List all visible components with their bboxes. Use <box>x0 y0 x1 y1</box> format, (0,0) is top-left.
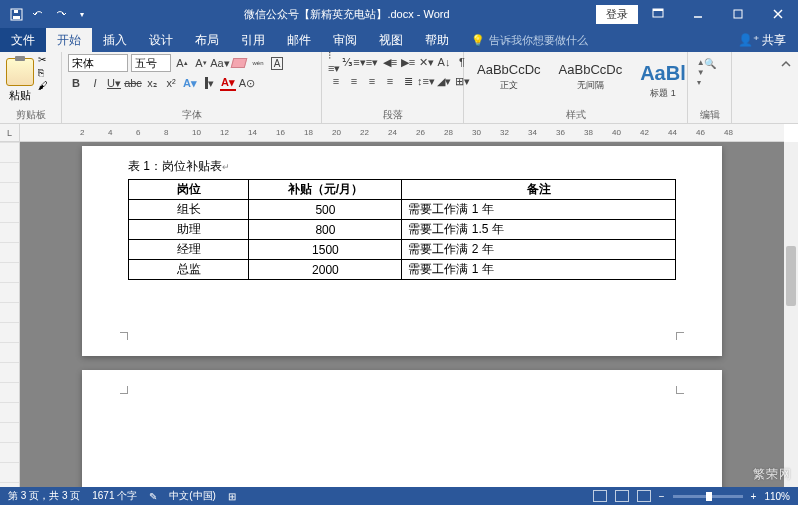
close-icon[interactable] <box>758 0 798 28</box>
group-clipboard: 粘贴 ✂ ⎘ 🖌 剪贴板 <box>0 52 62 123</box>
zoom-out-icon[interactable]: − <box>659 491 665 502</box>
crop-mark <box>676 332 692 348</box>
group-font: 宋体 五号 A▴ A▾ Aa▾ wén A B I U▾ abc x₂ x² A… <box>62 52 322 123</box>
qat-dropdown-icon[interactable]: ▾ <box>74 6 90 22</box>
undo-icon[interactable] <box>30 6 46 22</box>
maximize-icon[interactable] <box>718 0 758 28</box>
page-1[interactable]: 表 1：岗位补贴表 岗位 补贴（元/月） 备注 组长500需要工作满 1 年 助… <box>82 146 722 356</box>
login-button[interactable]: 登录 <box>596 5 638 24</box>
highlight-icon[interactable]: ▾ <box>201 75 217 91</box>
redo-icon[interactable] <box>52 6 68 22</box>
scrollbar-thumb[interactable] <box>786 246 796 306</box>
share-button[interactable]: 👤⁺ 共享 <box>726 32 798 49</box>
accessibility-icon[interactable]: ⊞ <box>228 491 236 502</box>
decrease-indent-icon[interactable]: ◀≡ <box>382 54 398 70</box>
style-normal[interactable]: AaBbCcDc 正文 <box>470 58 548 96</box>
web-layout-icon[interactable] <box>637 490 651 502</box>
phonetic-guide-icon[interactable]: wén <box>250 55 266 71</box>
asian-layout-icon[interactable]: ✕▾ <box>418 54 434 70</box>
line-spacing-icon[interactable]: ↕≡▾ <box>418 73 434 89</box>
table-caption: 表 1：岗位补贴表 <box>128 158 676 175</box>
style-heading-1[interactable]: AaBl 标题 1 <box>633 58 693 104</box>
language-indicator[interactable]: 中文(中国) <box>169 489 216 503</box>
lightbulb-icon: 💡 <box>471 34 485 47</box>
group-styles: AaBbCcDc 正文 AaBbCcDc 无间隔 AaBl 标题 1 ▲ ▼ ▾… <box>464 52 688 123</box>
print-layout-icon[interactable] <box>615 490 629 502</box>
justify-icon[interactable]: ≡ <box>382 73 398 89</box>
vertical-ruler[interactable] <box>0 142 20 487</box>
tab-design[interactable]: 设计 <box>138 28 184 52</box>
increase-font-icon[interactable]: A▴ <box>174 55 190 71</box>
zoom-in-icon[interactable]: + <box>751 491 757 502</box>
statusbar: 第 3 页，共 3 页 1671 个字 ✎ 中文(中国) ⊞ − + 110% <box>0 487 798 505</box>
distributed-icon[interactable]: ≣ <box>400 73 416 89</box>
table-row: 经理1500需要工作满 2 年 <box>129 240 676 260</box>
multilevel-icon[interactable]: ≡▾ <box>364 54 380 70</box>
tab-home[interactable]: 开始 <box>46 28 92 52</box>
tab-references[interactable]: 引用 <box>230 28 276 52</box>
svg-rect-6 <box>734 10 742 18</box>
group-paragraph: ⁝≡▾ ⅓≡▾ ≡▾ ◀≡ ▶≡ ✕▾ A↓ ¶ ≡ ≡ ≡ ≡ ≣ ↕≡▾ ◢… <box>322 52 464 123</box>
tell-me-search[interactable]: 💡 告诉我你想要做什么 <box>460 28 599 52</box>
format-painter-icon[interactable]: 🖌 <box>38 80 48 91</box>
document-title: 微信公众号【新精英充电站】.docx - Word <box>98 7 596 22</box>
allowance-table[interactable]: 岗位 补贴（元/月） 备注 组长500需要工作满 1 年 助理800需要工作满 … <box>128 179 676 280</box>
find-icon[interactable]: 🔍 <box>704 58 716 69</box>
zoom-slider[interactable] <box>673 495 743 498</box>
zoom-level[interactable]: 110% <box>764 491 790 502</box>
word-count[interactable]: 1671 个字 <box>92 489 137 503</box>
ribbon: 粘贴 ✂ ⎘ 🖌 剪贴板 宋体 五号 A▴ A▾ Aa▾ wén A B <box>0 52 798 124</box>
strikethrough-button[interactable]: abc <box>125 75 141 91</box>
char-shading-icon[interactable]: A⊙ <box>239 75 255 91</box>
minimize-icon[interactable] <box>678 0 718 28</box>
ribbon-options-icon[interactable] <box>638 0 678 28</box>
superscript-button[interactable]: x² <box>163 75 179 91</box>
change-case-icon[interactable]: Aa▾ <box>212 55 228 71</box>
page-2[interactable] <box>82 370 722 487</box>
table-row: 总监2000需要工作满 1 年 <box>129 260 676 280</box>
svg-rect-1 <box>13 16 20 19</box>
numbering-icon[interactable]: ⅓≡▾ <box>346 54 362 70</box>
copy-icon[interactable]: ⎘ <box>38 67 48 78</box>
tab-mail[interactable]: 邮件 <box>276 28 322 52</box>
style-no-spacing[interactable]: AaBbCcDc 无间隔 <box>552 58 630 96</box>
horizontal-ruler[interactable]: 2468101214161820222426283032343638404244… <box>20 124 784 142</box>
tab-insert[interactable]: 插入 <box>92 28 138 52</box>
vertical-scrollbar[interactable] <box>784 142 798 487</box>
clear-format-icon[interactable] <box>231 55 247 71</box>
char-border-icon[interactable]: A <box>269 55 285 71</box>
tab-file[interactable]: 文件 <box>0 28 46 52</box>
font-family-select[interactable]: 宋体 <box>68 54 128 72</box>
font-size-select[interactable]: 五号 <box>131 54 171 72</box>
clipboard-icon <box>6 58 34 86</box>
quick-access-toolbar: ▾ <box>0 6 98 22</box>
align-right-icon[interactable]: ≡ <box>364 73 380 89</box>
read-mode-icon[interactable] <box>593 490 607 502</box>
text-effects-icon[interactable]: A▾ <box>182 75 198 91</box>
save-icon[interactable] <box>8 6 24 22</box>
align-center-icon[interactable]: ≡ <box>346 73 362 89</box>
bold-button[interactable]: B <box>68 75 84 91</box>
crop-mark <box>676 378 692 394</box>
italic-button[interactable]: I <box>87 75 103 91</box>
font-color-icon[interactable]: A▾ <box>220 75 236 91</box>
paste-button[interactable]: 粘贴 <box>6 54 34 103</box>
tab-view[interactable]: 视图 <box>368 28 414 52</box>
ribbon-tabs: 文件 开始 插入 设计 布局 引用 邮件 审阅 视图 帮助 💡 告诉我你想要做什… <box>0 28 798 52</box>
increase-indent-icon[interactable]: ▶≡ <box>400 54 416 70</box>
table-row: 组长500需要工作满 1 年 <box>129 200 676 220</box>
sort-icon[interactable]: A↓ <box>436 54 452 70</box>
th-note: 备注 <box>402 180 676 200</box>
group-editing: 🔍 编辑 <box>688 52 732 123</box>
decrease-font-icon[interactable]: A▾ <box>193 55 209 71</box>
spellcheck-icon[interactable]: ✎ <box>149 491 157 502</box>
collapse-ribbon-icon[interactable] <box>780 52 798 123</box>
tab-help[interactable]: 帮助 <box>414 28 460 52</box>
underline-button[interactable]: U▾ <box>106 75 122 91</box>
tab-layout[interactable]: 布局 <box>184 28 230 52</box>
page-indicator[interactable]: 第 3 页，共 3 页 <box>8 489 80 503</box>
cut-icon[interactable]: ✂ <box>38 54 48 65</box>
shading-icon[interactable]: ◢▾ <box>436 73 452 89</box>
align-left-icon[interactable]: ≡ <box>328 73 344 89</box>
subscript-button[interactable]: x₂ <box>144 75 160 91</box>
